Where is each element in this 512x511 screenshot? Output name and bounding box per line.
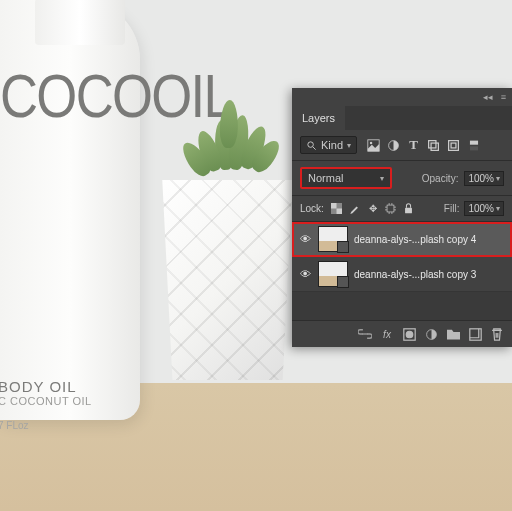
new-layer-icon[interactable] xyxy=(468,327,482,341)
lock-transparency-icon[interactable] xyxy=(331,203,343,215)
adjustment-filter-icon[interactable] xyxy=(387,139,400,152)
adjustment-layer-icon[interactable] xyxy=(424,327,438,341)
lock-artboard-icon[interactable] xyxy=(385,203,397,215)
layer-thumbnail[interactable] xyxy=(318,226,348,252)
layer-name[interactable]: deanna-alys-...plash copy 4 xyxy=(354,234,476,245)
shape-filter-icon[interactable] xyxy=(427,139,440,152)
svg-point-17 xyxy=(406,331,413,338)
svg-rect-19 xyxy=(469,328,480,339)
layers-empty-area xyxy=(292,292,512,320)
chevron-down-icon: ▾ xyxy=(380,174,384,183)
filter-kind-select[interactable]: Kind ▾ xyxy=(300,136,357,154)
opacity-value: 100% xyxy=(468,173,494,184)
layer-row[interactable]: 👁 deanna-alys-...plash copy 3 xyxy=(292,257,512,292)
lock-row: Lock: ✥ Fill: 100% ▾ xyxy=(292,196,512,222)
svg-rect-6 xyxy=(431,143,438,150)
svg-point-3 xyxy=(370,141,372,143)
opacity-label: Opacity: xyxy=(422,173,459,184)
layers-footer: fx xyxy=(292,320,512,347)
opacity-input[interactable]: 100% ▾ xyxy=(464,171,504,186)
chevron-down-icon: ▾ xyxy=(496,204,500,213)
blend-mode-select[interactable]: Normal ▾ xyxy=(300,167,392,189)
add-mask-icon[interactable] xyxy=(402,327,416,341)
lock-all-icon[interactable] xyxy=(403,203,415,215)
layer-thumbnail[interactable] xyxy=(318,261,348,287)
svg-rect-7 xyxy=(449,140,459,150)
link-layers-icon[interactable] xyxy=(358,327,372,341)
collapse-icon[interactable]: ◂◂ xyxy=(483,92,493,102)
succulent-plant xyxy=(175,90,285,190)
layer-filter-row: Kind ▾ T xyxy=(292,130,512,161)
panel-tabs: Layers xyxy=(292,106,512,130)
svg-rect-14 xyxy=(387,205,394,212)
svg-rect-5 xyxy=(429,140,436,147)
geometric-planter xyxy=(155,180,300,380)
panel-menu-icon[interactable]: ≡ xyxy=(501,92,506,102)
lock-pixels-icon[interactable] xyxy=(349,203,361,215)
layers-panel: ◂◂ ≡ Layers Kind ▾ T Normal xyxy=(292,88,512,347)
product-label-1: BODY OIL xyxy=(0,378,77,395)
svg-point-0 xyxy=(308,141,314,147)
blend-mode-value: Normal xyxy=(308,172,343,184)
canvas-photo: COCOOIL BODY OIL C COCONUT OIL 7 FLoz ◂◂… xyxy=(0,0,512,511)
fill-input[interactable]: 100% ▾ xyxy=(464,201,504,216)
filter-type-icons: T xyxy=(367,139,480,152)
fx-icon[interactable]: fx xyxy=(380,327,394,341)
panel-controls: ◂◂ ≡ xyxy=(292,88,512,106)
filter-kind-label: Kind xyxy=(321,139,343,151)
pixel-filter-icon[interactable] xyxy=(367,139,380,152)
chevron-down-icon: ▾ xyxy=(496,174,500,183)
search-icon xyxy=(306,140,317,151)
lock-position-icon[interactable]: ✥ xyxy=(367,203,379,215)
svg-rect-9 xyxy=(469,140,477,144)
blend-mode-row: Normal ▾ Opacity: 100% ▾ xyxy=(292,161,512,196)
layer-name[interactable]: deanna-alys-...plash copy 3 xyxy=(354,269,476,280)
svg-line-1 xyxy=(313,146,316,149)
svg-rect-15 xyxy=(405,208,412,214)
product-label-3: 7 FLoz xyxy=(0,420,29,431)
tab-layers[interactable]: Layers xyxy=(292,106,345,130)
chevron-down-icon: ▾ xyxy=(347,141,351,150)
visibility-toggle[interactable]: 👁 xyxy=(298,268,312,280)
fill-label: Fill: xyxy=(444,203,460,214)
visibility-toggle[interactable]: 👁 xyxy=(298,233,312,245)
svg-rect-12 xyxy=(331,203,337,209)
svg-rect-13 xyxy=(337,209,343,215)
delete-layer-icon[interactable] xyxy=(490,327,504,341)
layers-list: 👁 deanna-alys-...plash copy 4 👁 deanna-a… xyxy=(292,222,512,320)
fill-value: 100% xyxy=(468,203,494,214)
lock-label: Lock: xyxy=(300,203,324,214)
svg-rect-10 xyxy=(469,146,477,150)
type-filter-icon[interactable]: T xyxy=(407,139,420,152)
artboard-switch-icon[interactable] xyxy=(467,139,480,152)
product-label-2: C COCONUT OIL xyxy=(0,395,92,407)
lock-icons: ✥ xyxy=(331,203,415,215)
bottle-cap xyxy=(35,0,125,45)
svg-rect-8 xyxy=(451,143,456,148)
group-icon[interactable] xyxy=(446,327,460,341)
smartobject-filter-icon[interactable] xyxy=(447,139,460,152)
layer-row[interactable]: 👁 deanna-alys-...plash copy 4 xyxy=(292,222,512,257)
